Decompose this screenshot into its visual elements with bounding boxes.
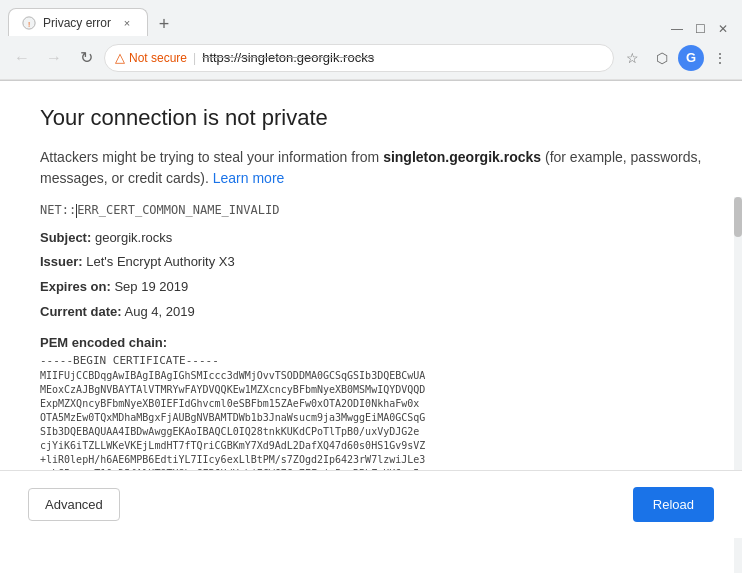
pem-line1: MIIFUjCCBDqgAwIBAgIBAgIGhSMIccc3dWMjOvvT…: [40, 370, 425, 381]
pem-section: PEM encoded chain: -----BEGIN CERTIFICAT…: [40, 335, 702, 489]
pem-begin: -----BEGIN CERTIFICATE-----: [40, 354, 702, 367]
profile-avatar[interactable]: G: [678, 45, 704, 71]
active-tab[interactable]: ! Privacy error ×: [8, 8, 148, 36]
pem-line5: SIb3DQEBAQUAA4IBDwAwggEKAoIBAQCL0IQ28tnk…: [40, 426, 419, 437]
security-indicator: △ Not secure | https://singleton.georgik…: [115, 50, 374, 65]
address-bar: ← → ↻ △ Not secure | https://singleton.g…: [0, 36, 742, 80]
omnibox[interactable]: △ Not secure | https://singleton.georgik…: [104, 44, 614, 72]
refresh-button[interactable]: ↻: [72, 44, 100, 72]
pem-line4: OTA5MzEw0TQxMDhaMBgxFjAUBgNVBAMTDWb1b3Jn…: [40, 412, 425, 423]
description-prefix: Attackers might be trying to steal your …: [40, 149, 383, 165]
bookmark-button[interactable]: ☆: [618, 44, 646, 72]
pem-line2: MEoxCzAJBgNVBAYTAlVTMRYwFAYDVQQKEw1MZXcn…: [40, 384, 425, 395]
warning-icon: △: [115, 50, 125, 65]
pem-line7: +liR0lepH/h6AE6MPB6EdtiYL7IIcy6exLlBtPM/…: [40, 454, 425, 465]
page-description: Attackers might be trying to steal your …: [40, 147, 702, 189]
current-date-label: Current date:: [40, 304, 122, 319]
tab-bar: ! Privacy error × + — ☐ ✕: [0, 0, 742, 36]
extensions-button[interactable]: ⬡: [648, 44, 676, 72]
pem-line6: cjYiK6iTZLLWKeVKEjLmdHT7fTQriCGBKmY7Xd9A…: [40, 440, 425, 451]
browser-chrome: ! Privacy error × + — ☐ ✕ ← → ↻ △ Not se…: [0, 0, 742, 81]
current-date-row: Current date: Aug 4, 2019: [40, 302, 702, 323]
separator: |: [193, 51, 196, 65]
subject-label: Subject:: [40, 230, 91, 245]
maximize-button[interactable]: ☐: [695, 22, 706, 36]
issuer-label: Issuer:: [40, 254, 83, 269]
learn-more-link[interactable]: Learn more: [213, 170, 285, 186]
new-tab-button[interactable]: +: [152, 12, 176, 36]
error-code-value: ERR_CERT_COMMON_NAME_INVALID: [77, 203, 279, 217]
toolbar-icons: ☆ ⬡ G ⋮: [618, 44, 734, 72]
pem-line3: ExpMZXQncyBFbmNyeXB0IEFIdGhvcml0eSBFbm15…: [40, 398, 419, 409]
not-secure-label: Not secure: [129, 51, 187, 65]
svg-text:!: !: [28, 19, 30, 28]
site-name: singleton.georgik.rocks: [383, 149, 541, 165]
url-text: https://singleton.georgik.rocks: [202, 50, 374, 65]
scrollbar-thumb[interactable]: [734, 197, 742, 237]
expires-label: Expires on:: [40, 279, 111, 294]
reload-button[interactable]: Reload: [633, 487, 714, 522]
error-code-prefix: NET::: [40, 203, 76, 217]
tab-title: Privacy error: [43, 16, 113, 30]
pem-label: PEM encoded chain:: [40, 335, 702, 350]
minimize-button[interactable]: —: [671, 22, 683, 36]
bottom-bar: Advanced Reload: [0, 470, 742, 538]
issuer-row: Issuer: Let's Encrypt Authority X3: [40, 252, 702, 273]
advanced-button[interactable]: Advanced: [28, 488, 120, 521]
current-date-value: Aug 4, 2019: [125, 304, 195, 319]
tab-close-button[interactable]: ×: [119, 15, 135, 31]
more-menu-button[interactable]: ⋮: [706, 44, 734, 72]
expires-row: Expires on: Sep 19 2019: [40, 277, 702, 298]
page-title: Your connection is not private: [40, 105, 702, 131]
window-close-button[interactable]: ✕: [718, 22, 728, 36]
subject-value: georgik.rocks: [95, 230, 172, 245]
subject-row: Subject: georgik.rocks: [40, 228, 702, 249]
error-code: NET::ERR_CERT_COMMON_NAME_INVALID: [40, 203, 702, 218]
issuer-value: Let's Encrypt Authority X3: [86, 254, 234, 269]
expires-value: Sep 19 2019: [114, 279, 188, 294]
tab-favicon: !: [21, 15, 37, 31]
back-button[interactable]: ←: [8, 44, 36, 72]
forward-button[interactable]: →: [40, 44, 68, 72]
details-section: Subject: georgik.rocks Issuer: Let's Enc…: [40, 228, 702, 323]
